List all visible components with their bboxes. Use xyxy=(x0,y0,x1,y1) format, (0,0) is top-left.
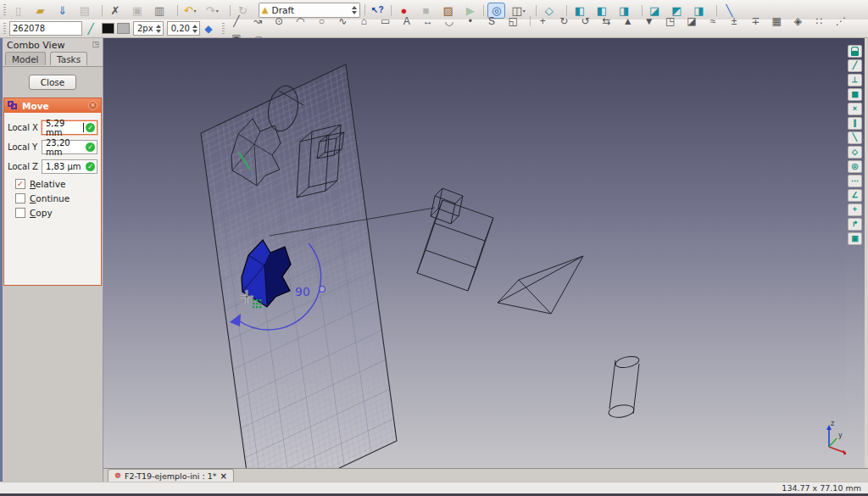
snap-angle-button[interactable]: ∠ xyxy=(848,189,862,202)
undo-button[interactable]: ↶ xyxy=(181,3,199,19)
field-label: Local Y xyxy=(8,142,42,152)
snap-special-icon: ◇ xyxy=(852,148,858,156)
snap-special-button[interactable]: ◇ xyxy=(848,146,862,159)
document-tab-bar: ☸ F2-T19-ejemplo-ini : 1* × xyxy=(103,468,868,482)
draft-ellipse-button[interactable]: ○ xyxy=(313,14,330,29)
document-tab[interactable]: ☸ F2-T19-ejemplo-ini : 1* × xyxy=(108,469,234,482)
3d-viewport-canvas[interactable]: 90 x y z xyxy=(103,38,846,468)
draft-dimension-button[interactable]: ↔ xyxy=(420,14,437,29)
toolbar-grip[interactable] xyxy=(3,4,6,16)
item-2-checkbox[interactable] xyxy=(15,208,25,218)
snap-ortho-button[interactable]: ↱ xyxy=(848,218,862,231)
move-panel-close-icon[interactable]: × xyxy=(88,101,97,110)
combo-view-title: Combo View xyxy=(7,40,64,51)
draft-to-sketch-button[interactable]: ◈ xyxy=(789,14,806,29)
draft-add-point-button[interactable]: ± xyxy=(726,14,743,29)
snap-perpendicular-button[interactable]: ⊥ xyxy=(848,74,862,86)
tab-item-0[interactable]: Model xyxy=(5,52,46,65)
z-axis-label: z xyxy=(831,420,834,427)
draft-edit-button[interactable]: ◪ xyxy=(683,14,700,29)
draft-upgrade-button[interactable]: ▲ xyxy=(620,14,637,29)
draft-bspline-icon: ∿ xyxy=(338,16,347,26)
draft-rectangle-button[interactable]: ▭ xyxy=(377,14,394,29)
snap-toolbar: ╱ ⊥ ▦ × ∥ ╲ ◇ xyxy=(846,38,865,468)
item-1-checkbox[interactable] xyxy=(15,193,25,203)
draft-rectangle-icon: ▭ xyxy=(381,16,390,26)
grid-snap-marker xyxy=(253,299,261,308)
item-0[interactable]: 5,29 mm ✓ xyxy=(42,120,97,135)
snap-extension-button[interactable]: ⋯ xyxy=(848,175,862,187)
draft-array-button[interactable]: ∷ xyxy=(810,14,827,29)
font-size-spinner[interactable]: 0,20 xyxy=(167,21,200,36)
open-document-button[interactable]: ▰ xyxy=(31,3,49,19)
redo-button[interactable]: ↷ xyxy=(203,3,221,19)
draft-circle-button[interactable]: ⊙ xyxy=(270,14,287,29)
snap-near-button[interactable]: ╲ xyxy=(848,131,862,144)
construction-mode-button[interactable]: ╱ xyxy=(82,21,99,36)
draft-wire-button[interactable]: ↝ xyxy=(249,14,266,29)
copy-button[interactable]: ▣ xyxy=(128,3,146,19)
combo-view-tabs: Model Tasks xyxy=(3,52,103,67)
cut-button[interactable]: ✗ xyxy=(106,3,124,19)
draft-facebinder-button[interactable]: ◱ xyxy=(504,14,521,29)
snap-parallel-button[interactable]: ∥ xyxy=(848,117,862,130)
draft-bspline-button[interactable]: ∿ xyxy=(334,14,351,29)
document-close-icon[interactable]: × xyxy=(220,471,226,481)
draft-ellipse-icon: ○ xyxy=(319,16,325,26)
draft-trim-button[interactable]: ⇆ xyxy=(598,14,615,29)
snap-endpoint-button[interactable]: ╱ xyxy=(848,59,862,72)
paste-button[interactable]: ▥ xyxy=(151,3,169,19)
snap-lock-button[interactable] xyxy=(848,45,862,58)
new-document-button[interactable]: ▯ xyxy=(9,3,27,19)
draft-point-button[interactable]: • xyxy=(462,14,479,29)
draft-text-icon: A xyxy=(403,16,410,26)
draft-bezier-button[interactable]: ◡ xyxy=(441,14,458,29)
line-color-swatch[interactable] xyxy=(102,23,114,34)
draft-offset-button[interactable]: ↺ xyxy=(576,14,593,29)
item-2[interactable]: 1,83 µm ✓ xyxy=(42,159,97,174)
face-color-swatch[interactable] xyxy=(117,23,130,34)
item-0-checkbox[interactable] xyxy=(15,179,25,189)
draft-shapestring-button[interactable]: S xyxy=(483,14,500,29)
draft-rotate-button[interactable]: ↻ xyxy=(555,14,572,29)
draft-downgrade-button[interactable]: ▼ xyxy=(641,14,658,29)
draft-move-button[interactable]: + xyxy=(534,14,551,29)
draft-shape2dview-button[interactable]: ▦ xyxy=(768,14,785,29)
snap-workingplane-button[interactable]: ▣ xyxy=(848,232,862,245)
draft-remove-point-button[interactable]: ∓ xyxy=(747,14,764,29)
snap-center-button[interactable]: ◎ xyxy=(848,160,862,173)
snap-extension-icon: ⋯ xyxy=(851,177,859,185)
dock-float-icon[interactable]: ◳ xyxy=(92,40,99,48)
snap-perpendicular-icon: ⊥ xyxy=(852,76,859,84)
autogroup-button[interactable]: ◆ xyxy=(200,21,217,36)
draft-text-button[interactable]: A xyxy=(398,14,415,29)
draft-arc-button[interactable]: ◠ xyxy=(292,14,309,29)
toolbar-grip[interactable] xyxy=(3,23,6,35)
checkbox-label: Relative xyxy=(30,179,65,189)
snap-intersection-button[interactable]: × xyxy=(848,103,862,115)
move-field-row: Local X 5,29 mm ✓ xyxy=(8,120,97,135)
save-document-button[interactable]: ⇓ xyxy=(53,3,71,19)
draft-polygon-button[interactable]: ⌂ xyxy=(355,14,372,29)
draft-facebinder-icon: ◱ xyxy=(508,16,517,26)
tab-item-1[interactable]: Tasks xyxy=(50,52,87,65)
task-close-button[interactable]: Close xyxy=(29,75,77,90)
draft-line-button[interactable]: ╱ xyxy=(228,14,245,29)
snap-grid-button[interactable]: ▦ xyxy=(848,88,862,101)
draft-point-icon: • xyxy=(469,16,472,26)
draft-scale-button[interactable]: ◳ xyxy=(662,14,679,29)
line-width-spinner[interactable]: 2px xyxy=(133,21,164,36)
toolbar-grip[interactable] xyxy=(222,23,225,35)
new-document-icon: ▯ xyxy=(15,5,21,16)
copy-icon: ▣ xyxy=(132,5,142,16)
snap-midpoint-button[interactable]: + xyxy=(848,203,862,216)
draft-add-point-icon: ± xyxy=(732,16,737,26)
draft-command-input[interactable] xyxy=(9,21,82,36)
draft-wire-to-bspline-button[interactable]: ≈ xyxy=(704,14,721,29)
draft-path-array-button[interactable]: ⋰ xyxy=(832,14,849,29)
print-button[interactable]: ▤ xyxy=(75,3,93,19)
arc-handle-dot[interactable] xyxy=(320,287,326,293)
checkbox-label: Continue xyxy=(30,193,70,203)
draft-downgrade-icon: ▼ xyxy=(644,16,654,26)
item-1[interactable]: 23,20 mm ✓ xyxy=(42,140,97,154)
